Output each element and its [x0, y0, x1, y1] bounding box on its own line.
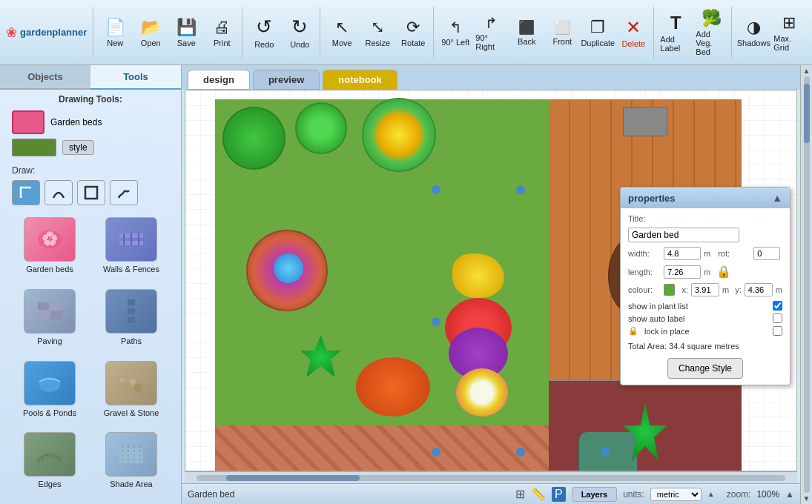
lock-in-place-label: lock in place [644, 327, 768, 336]
tab-preview[interactable]: preview [253, 70, 320, 90]
shadows-icon: ◑ [747, 18, 761, 37]
properties-collapse-button[interactable]: ▲ [772, 192, 782, 204]
draw-rect-tool[interactable] [77, 180, 105, 205]
show-auto-label-checkbox[interactable] [773, 314, 782, 323]
selection-handle-b[interactable] [516, 448, 525, 457]
draw-curve-tool[interactable] [44, 180, 73, 205]
walls-fences-label: Walls & Fences [103, 265, 159, 273]
units-select[interactable]: metric imperial [650, 488, 702, 501]
shadows-label: Shadows [737, 39, 770, 47]
new-label: New [107, 39, 123, 47]
lock-in-place-checkbox[interactable] [773, 326, 782, 336]
change-style-button[interactable]: Change Style [667, 358, 743, 379]
tab-design[interactable]: design [188, 70, 250, 90]
max-grid-label: Max. Grid [773, 34, 805, 52]
style-preview [12, 139, 56, 156]
undo-button[interactable]: ↻ Undo [283, 9, 317, 56]
paths-icon [105, 289, 157, 334]
shadows-button[interactable]: ◑ Shadows [736, 9, 770, 56]
save-label: Save [177, 39, 196, 47]
toolbar: ❀ gardenplanner 📄 New 📂 Open 💾 Save 🖨 Pr… [0, 0, 812, 65]
obj-walls-fences[interactable]: Walls & Fences [93, 217, 169, 283]
obj-paving[interactable]: Paving [12, 289, 88, 355]
horizontal-scrollbar[interactable] [185, 471, 797, 483]
layers-button[interactable]: Layers [572, 487, 617, 502]
rotate-button[interactable]: ⟳ Rotate [396, 9, 430, 56]
draw-corner-tool[interactable] [12, 180, 40, 205]
logo: ❀ gardenplanner [6, 7, 93, 59]
save-button[interactable]: 💾 Save [169, 9, 203, 56]
draw-freehand-tool[interactable] [110, 180, 138, 205]
90left-button[interactable]: ↰ 90° Left [438, 9, 472, 56]
selection-handle-bl[interactable] [432, 448, 440, 457]
svg-point-15 [130, 379, 136, 385]
add-label-button[interactable]: T Add Label [658, 9, 693, 56]
selection-handle-tl[interactable] [432, 185, 440, 194]
main-area: Objects Tools Drawing Tools: Garden beds… [0, 65, 812, 504]
tab-objects[interactable]: Objects [0, 65, 90, 90]
svg-rect-18 [119, 448, 143, 463]
selection-handle-l[interactable] [432, 317, 440, 326]
vertical-scrollbar[interactable]: ▲ ▼ [800, 65, 812, 504]
print-button[interactable]: 🖨 Print [205, 9, 239, 56]
delete-button[interactable]: ✕ Delete [616, 9, 650, 56]
new-button[interactable]: 📄 New [98, 9, 132, 56]
show-auto-label-label: show auto label [628, 314, 768, 323]
obj-shade-area[interactable]: Shade Area [93, 432, 169, 498]
svg-rect-10 [38, 311, 49, 319]
units-arrow: ▲ [707, 490, 715, 498]
redo-label: Redo [254, 40, 274, 49]
move-button[interactable]: ↖ Move [325, 9, 359, 56]
duplicate-button[interactable]: ❐ Duplicate [581, 9, 615, 56]
add-label-icon: T [670, 13, 681, 33]
v-scroll-down[interactable]: ▼ [803, 494, 811, 503]
tab-tools[interactable]: Tools [90, 65, 181, 90]
duplicate-icon: ❐ [590, 18, 605, 37]
properties-panel: properties ▲ Title: width: m [620, 187, 790, 385]
v-scroll-up[interactable]: ▲ [803, 67, 811, 75]
add-veg-bed-button[interactable]: 🥦 Add Veg. Bed [694, 9, 728, 56]
obj-pools-ponds[interactable]: Pools & Ponds [12, 361, 88, 427]
width-input[interactable] [664, 247, 701, 260]
colour-picker[interactable] [664, 284, 675, 296]
zoom-up-arrow[interactable]: ▲ [785, 489, 794, 500]
rotate-label: Rotate [401, 39, 425, 47]
show-plant-list-checkbox[interactable] [773, 301, 782, 311]
selection-handle-t[interactable] [516, 185, 525, 194]
v-scroll-thumb[interactable] [804, 84, 810, 143]
front-icon: ⬜ [554, 19, 570, 36]
delete-icon: ✕ [626, 17, 641, 38]
h-scroll-thumb[interactable] [226, 475, 360, 481]
90right-button[interactable]: ↱ 90° Right [474, 9, 508, 56]
pools-ponds-icon [24, 361, 76, 405]
style-button[interactable]: style [62, 140, 94, 155]
units-label: units: [623, 489, 644, 500]
logo-icon: ❀ [6, 24, 17, 41]
paving-icon [24, 289, 76, 334]
canvas-area[interactable]: properties ▲ Title: width: m [185, 90, 797, 471]
save-icon: 💾 [176, 18, 197, 37]
length-input[interactable] [664, 265, 701, 279]
obj-garden-beds[interactable]: 🌸 Garden beds [12, 217, 88, 283]
redo-icon: ↺ [256, 16, 272, 39]
title-input[interactable] [628, 228, 739, 242]
front-button[interactable]: ⬜ Front [545, 9, 579, 56]
back-button[interactable]: ⬛ Back [509, 9, 544, 56]
redo-button[interactable]: ↺ Redo [247, 9, 281, 56]
lock-ratio-btn[interactable]: 🔒 [716, 265, 731, 279]
undo-label: Undo [290, 40, 309, 49]
x-input[interactable] [691, 283, 719, 296]
selection-handle-bm[interactable] [601, 448, 610, 457]
open-button[interactable]: 📂 Open [133, 9, 168, 56]
edges-icon [24, 432, 76, 477]
obj-paths[interactable]: Paths [93, 289, 169, 355]
max-grid-button[interactable]: ⊞ Max. Grid [772, 9, 806, 56]
obj-gravel-stone[interactable]: Gravel & Stone [93, 361, 169, 427]
y-input[interactable] [745, 283, 773, 296]
rot-label: rot: [718, 249, 750, 258]
resize-button[interactable]: ⤡ Resize [360, 9, 395, 56]
title-row: Title: [628, 214, 782, 223]
rot-input[interactable] [753, 247, 780, 260]
obj-edges[interactable]: Edges [12, 432, 88, 498]
tab-notebook[interactable]: notebook [323, 70, 397, 90]
